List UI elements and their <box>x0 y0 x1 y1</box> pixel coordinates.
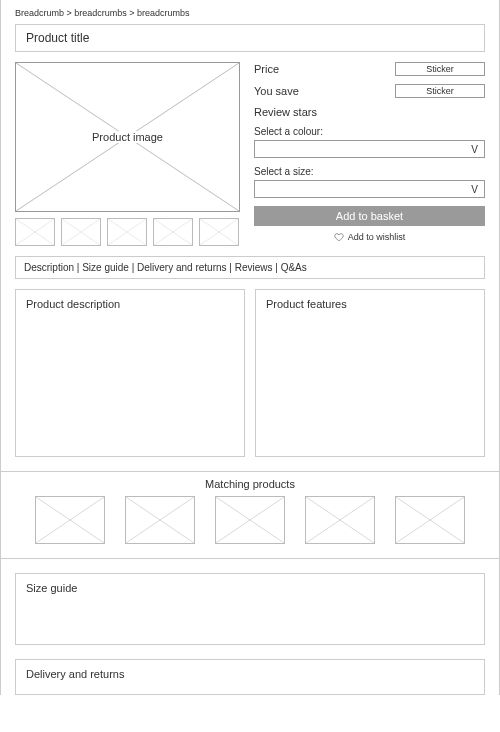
colour-label: Select a colour: <box>254 126 485 137</box>
size-guide-heading: Size guide <box>26 582 77 594</box>
tab-qas[interactable]: Q&As <box>281 262 307 273</box>
size-guide-section: Size guide <box>15 573 485 645</box>
delivery-returns-heading: Delivery and returns <box>26 668 124 680</box>
price-label: Price <box>254 63 279 75</box>
tab-description[interactable]: Description <box>24 262 74 273</box>
product-title: Product title <box>15 24 485 52</box>
thumbnail-row <box>15 218 240 246</box>
matching-product[interactable] <box>215 496 285 544</box>
matching-products-row <box>1 496 499 559</box>
thumbnail[interactable] <box>199 218 239 246</box>
price-sticker: Sticker <box>395 62 485 76</box>
colour-select[interactable]: V <box>254 140 485 158</box>
delivery-returns-section: Delivery and returns <box>15 659 485 695</box>
chevron-down-icon: V <box>471 144 478 155</box>
breadcrumb[interactable]: Breadcrumb > breadcrumbs > breadcrumbs <box>15 8 485 18</box>
thumbnail[interactable] <box>61 218 101 246</box>
size-select[interactable]: V <box>254 180 485 198</box>
product-image-label: Product image <box>88 131 167 143</box>
matching-products-heading: Matching products <box>1 471 499 496</box>
thumbnail[interactable] <box>15 218 55 246</box>
thumbnail[interactable] <box>107 218 147 246</box>
matching-product[interactable] <box>395 496 465 544</box>
you-save-label: You save <box>254 85 299 97</box>
chevron-down-icon: V <box>471 184 478 195</box>
product-description-panel: Product description <box>15 289 245 457</box>
tab-reviews[interactable]: Reviews <box>235 262 273 273</box>
product-features-panel: Product features <box>255 289 485 457</box>
description-heading: Product description <box>26 298 120 310</box>
add-to-basket-button[interactable]: Add to basket <box>254 206 485 226</box>
size-label: Select a size: <box>254 166 485 177</box>
product-tabs: Description | Size guide | Delivery and … <box>15 256 485 279</box>
save-sticker: Sticker <box>395 84 485 98</box>
product-image[interactable]: Product image <box>15 62 240 212</box>
features-heading: Product features <box>266 298 347 310</box>
matching-product[interactable] <box>35 496 105 544</box>
review-stars-label: Review stars <box>254 106 317 118</box>
matching-product[interactable] <box>125 496 195 544</box>
add-to-wishlist-link[interactable]: Add to wishlist <box>254 232 485 242</box>
wishlist-label: Add to wishlist <box>348 232 406 242</box>
matching-product[interactable] <box>305 496 375 544</box>
tab-delivery[interactable]: Delivery and returns <box>137 262 226 273</box>
thumbnail[interactable] <box>153 218 193 246</box>
heart-icon <box>334 232 344 242</box>
tab-size-guide[interactable]: Size guide <box>82 262 129 273</box>
